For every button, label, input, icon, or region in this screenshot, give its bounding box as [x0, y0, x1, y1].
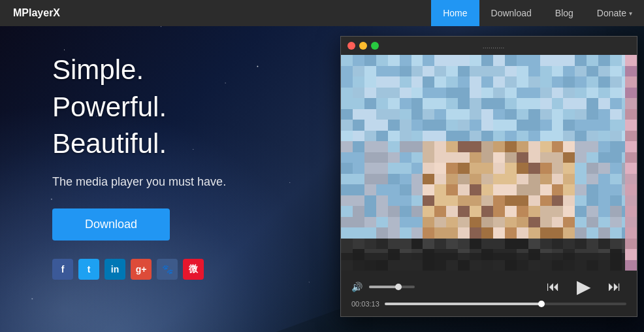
hero-subtitle: The media player you must have. [52, 175, 226, 189]
brand: MPlayerX [0, 7, 431, 19]
nav-home[interactable]: Home [431, 0, 479, 26]
play-button[interactable]: ▶ [572, 276, 596, 297]
progress-bar[interactable] [385, 303, 626, 305]
volume-fill [369, 286, 396, 288]
player-titlebar: ........... [341, 37, 637, 55]
player-title: ........... [483, 42, 531, 50]
volume-slider[interactable] [369, 286, 415, 288]
close-dot[interactable] [347, 42, 355, 50]
progress-fill [385, 303, 542, 305]
facebook-icon[interactable]: f [52, 259, 73, 280]
maximize-dot[interactable] [371, 42, 379, 50]
next-button[interactable]: ⏭ [603, 279, 626, 294]
progress-thumb [538, 301, 545, 307]
prev-button[interactable]: ⏮ [541, 279, 565, 294]
twitter-icon[interactable]: t [78, 259, 99, 280]
time-current: 00:03:13 [351, 300, 379, 308]
hero-background: Simple. Powerful. Beautiful. The media p… [0, 0, 644, 332]
googleplus-icon[interactable]: g+ [131, 259, 152, 280]
volume-thumb [395, 284, 402, 290]
player-video [341, 55, 637, 271]
video-canvas [341, 55, 637, 271]
nav-items: Home Download Blog Donate ▾ [431, 0, 644, 26]
hero-content: Simple. Powerful. Beautiful. The media p… [52, 52, 226, 280]
nav-blog[interactable]: Blog [543, 0, 585, 26]
download-button[interactable]: Download [52, 208, 170, 241]
navbar: MPlayerX Home Download Blog Donate ▾ [0, 0, 644, 26]
controls-row: 🔊 ⏮ ▶ ⏭ [351, 276, 626, 297]
player-window: ........... 🔊 ⏮ ▶ ⏭ 00:03:13 [340, 36, 637, 317]
tagline-simple: Simple. [52, 52, 226, 88]
linkedin-icon[interactable]: in [105, 259, 125, 280]
progress-row: 00:03:13 [351, 300, 626, 308]
dropdown-arrow-icon: ▾ [629, 10, 632, 17]
tagline-powerful: Powerful. [52, 90, 226, 125]
nav-donate-label: Donate [597, 8, 626, 18]
pawoo-icon[interactable]: 🐾 [157, 259, 178, 280]
social-icons: f t in g+ 🐾 微 [52, 259, 226, 280]
nav-download[interactable]: Download [479, 0, 543, 26]
tagline-beautiful: Beautiful. [52, 126, 226, 162]
volume-icon: 🔊 [351, 282, 362, 292]
weibo-icon[interactable]: 微 [183, 259, 204, 280]
minimize-dot[interactable] [359, 42, 367, 50]
nav-donate[interactable]: Donate ▾ [585, 0, 644, 26]
player-controls: 🔊 ⏮ ▶ ⏭ 00:03:13 [341, 271, 637, 316]
